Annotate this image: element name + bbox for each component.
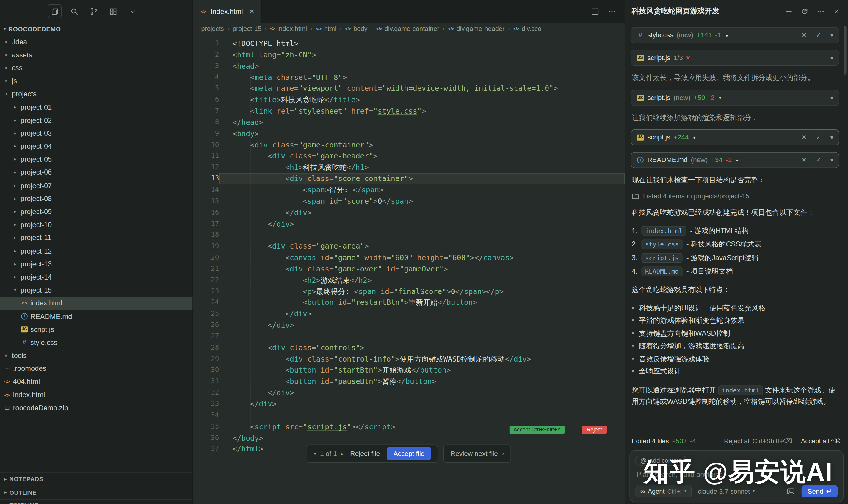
close-icon[interactable]: ✕ [801, 31, 807, 39]
lines-deleted: -1 [726, 156, 732, 164]
copy-files-icon[interactable] [48, 4, 61, 18]
tree-item-project-09[interactable]: ▸project-09 [0, 205, 192, 218]
tree-item-README.md[interactable]: iREADME.md [0, 310, 192, 323]
collapse-icon[interactable]: ▾ [830, 94, 833, 101]
tree-item-index.html[interactable]: <>index.html [0, 388, 192, 401]
git-branch-icon[interactable] [87, 4, 101, 18]
tree-item-project-02[interactable]: ▸project-02 [0, 113, 192, 127]
tree-item-.idea[interactable]: ▸.idea [0, 35, 192, 48]
search-icon[interactable] [67, 4, 81, 18]
reject-change-button[interactable]: Reject [582, 426, 607, 434]
accept-icon[interactable]: ✓ [816, 31, 821, 39]
reject-all-button[interactable]: Reject all Ctrl+Shift+⌫ [724, 437, 792, 445]
extensions-grid-icon[interactable] [106, 4, 120, 18]
chevron-collapsed-icon: ▸ [3, 78, 10, 83]
line-content: <div class="game-container"> [219, 139, 625, 150]
tree-item-.roomodes[interactable]: ≡.roomodes [0, 362, 192, 375]
listed-items-row[interactable]: Listed 4 items in projects/project-15 [632, 192, 838, 199]
code-line-24: 24 <button id="restartBtn">重新开始</button> [193, 297, 625, 308]
collapse-icon[interactable]: ▾ [830, 133, 833, 141]
code-line-30: 30 <button id="startBtn">开始游戏</button> [193, 364, 625, 376]
collapse-icon[interactable]: ▾ [830, 31, 833, 39]
line-number: 5 [193, 83, 219, 94]
section-timeline[interactable]: ▸TIMELINE [0, 499, 192, 504]
tree-item-project-01[interactable]: ▸project-01 [0, 101, 192, 113]
tree-item-project-12[interactable]: ▸project-12 [0, 245, 192, 257]
code-chip: style.css [641, 239, 683, 249]
line-number: 8 [193, 117, 219, 128]
tree-item-project-15[interactable]: ▾project-15 [0, 284, 192, 297]
collapse-icon[interactable]: ▾ [830, 156, 833, 164]
tab-index-html[interactable]: <> index.html ✕ [193, 0, 262, 23]
explorer-root[interactable]: ▾ ROOCODEDEMO [0, 23, 192, 35]
file-change-card-script.js[interactable]: JSscript.js+244●✕✓▾ [631, 129, 840, 146]
tree-item-project-06[interactable]: ▸project-06 [0, 166, 192, 179]
tree-item-css[interactable]: ▸css [0, 61, 192, 74]
new-task-icon[interactable] [785, 7, 793, 15]
tree-item-project-07[interactable]: ▸project-07 [0, 179, 192, 192]
split-editor-icon[interactable] [591, 7, 599, 16]
chevron-down-icon[interactable] [125, 4, 140, 18]
close-icon[interactable]: ✕ [801, 156, 807, 164]
breadcrumb-item-index.html[interactable]: <>index.html [270, 25, 307, 32]
accept-icon[interactable]: ✓ [816, 133, 821, 141]
tree-item-label: js [12, 77, 17, 85]
accept-change-button[interactable]: Accept Ctrl+Shift+Y [510, 426, 564, 434]
tree-item-project-11[interactable]: ▸project-11 [0, 231, 192, 245]
code-chip: index.html [718, 385, 763, 395]
breadcrumb-item-div.game-container[interactable]: </>div.game-container [376, 25, 439, 32]
file-change-card-script.js[interactable]: JSscript.js(new)+50-2●▾ [631, 90, 840, 106]
breadcrumb-item-div.game-header[interactable]: </>div.game-header [448, 25, 505, 32]
close-tab-icon[interactable]: ✕ [249, 7, 255, 16]
tree-item-script.js[interactable]: JSscript.js [0, 323, 192, 336]
tree-item-project-14[interactable]: ▸project-14 [0, 271, 192, 284]
pager-up-icon[interactable]: ▴ [340, 451, 343, 456]
breadcrumb-item-html[interactable]: </>html [316, 25, 336, 32]
tree-item-roocodeDemo.zip[interactable]: ▤roocodeDemo.zip [0, 401, 192, 414]
tree-item-assets[interactable]: ▸assets [0, 48, 192, 61]
history-icon[interactable] [801, 7, 809, 15]
tree-item-project-03[interactable]: ▸project-03 [0, 127, 192, 140]
tree-item-index.html[interactable]: <>index.html [0, 297, 192, 310]
panel-scrollbar[interactable] [844, 26, 846, 75]
breadcrumb-item-project-15[interactable]: project-15 [233, 25, 262, 32]
accept-all-button[interactable]: Accept all ^⌘ [801, 437, 841, 445]
code-line-33: 33 </div> [193, 398, 625, 410]
pager-down-icon[interactable]: ▾ [314, 451, 316, 456]
list-item: •随着得分增加，游戏速度逐渐提高 [632, 340, 838, 352]
section-notepads[interactable]: ▸NOTEPADS [0, 472, 192, 486]
reject-file-button[interactable]: Reject file [350, 450, 380, 457]
editor-group: <> index.html ✕ projects›project-15›<>in… [193, 0, 625, 504]
tree-item-projects[interactable]: ▾projects [0, 87, 192, 101]
file-change-card-script.js[interactable]: JSscript.js1/3×▾ [631, 50, 840, 66]
section-outline[interactable]: ▸OUTLINE [0, 486, 192, 499]
breadcrumb-item-div.sco[interactable]: </>div.sco [513, 25, 541, 32]
close-panel-icon[interactable] [833, 7, 840, 15]
tree-item-project-08[interactable]: ▸project-08 [0, 192, 192, 205]
tree-item-project-04[interactable]: ▸project-04 [0, 140, 192, 153]
tree-item-404.html[interactable]: <>404.html [0, 375, 192, 388]
tree-item-js[interactable]: ▸js [0, 74, 192, 87]
tree-item-tools[interactable]: ▸tools [0, 349, 192, 362]
more-options-icon[interactable] [817, 7, 825, 16]
file-change-card-style.css[interactable]: #style.css(new)+141-1●✕✓▾ [631, 27, 840, 43]
code-line-31: 31 <button id="pauseBtn">暂停</button> [193, 376, 625, 387]
line-number: 9 [193, 128, 219, 139]
breadcrumb-item-projects[interactable]: projects [201, 25, 224, 32]
close-icon[interactable]: ✕ [801, 133, 807, 141]
review-next-file-button[interactable]: Review next file › [443, 445, 511, 463]
file-change-card-README.md[interactable]: iREADME.md(new)+34-1●✕✓▾ [631, 152, 840, 168]
arrow-right-icon: › [502, 450, 504, 457]
accept-file-button[interactable]: Accept file [387, 447, 431, 460]
more-actions-icon[interactable] [608, 7, 616, 16]
tree-item-project-13[interactable]: ▸project-13 [0, 257, 192, 271]
collapse-icon[interactable]: ▾ [830, 54, 833, 61]
breadcrumb-item-body[interactable]: </>body [345, 25, 368, 32]
lines-added: +141 [696, 31, 712, 39]
tree-item-style.css[interactable]: #style.css [0, 336, 192, 349]
line-number: 20 [193, 252, 219, 263]
tree-item-project-10[interactable]: ▸project-10 [0, 218, 192, 231]
accept-icon[interactable]: ✓ [816, 156, 821, 164]
unsaved-dot-icon: ● [693, 135, 696, 140]
tree-item-project-05[interactable]: ▸project-05 [0, 153, 192, 166]
